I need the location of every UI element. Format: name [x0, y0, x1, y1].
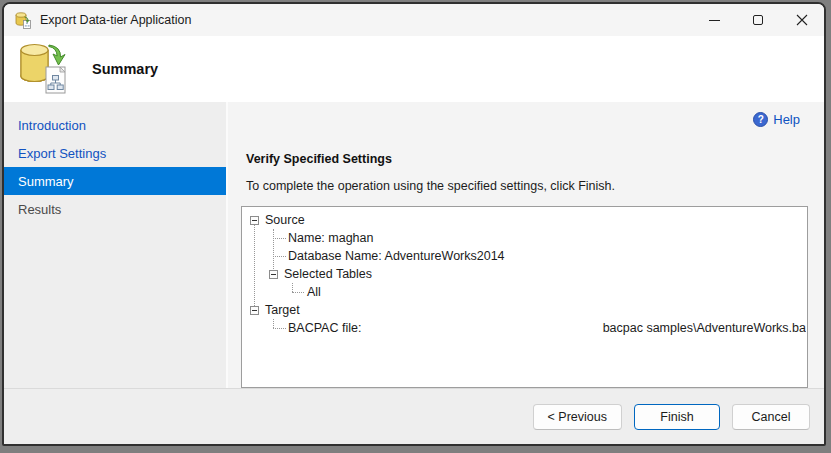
minimize-icon	[709, 20, 720, 21]
tree-item-selected-tables[interactable]: Selected Tables	[242, 265, 807, 283]
export-database-large-icon	[18, 42, 68, 96]
wizard-footer: < Previous Finish Cancel	[4, 388, 824, 444]
bacpac-file-path: bacpac samples\AdventureWorks.ba	[373, 321, 806, 335]
tree-item-label: BACPAC file:	[288, 321, 361, 335]
tree-item-label: All	[307, 285, 321, 299]
export-data-tier-dialog: Export Data-tier Application Sum	[2, 2, 826, 446]
help-icon: ?	[753, 112, 768, 127]
tree-item-bacpac-file[interactable]: BACPAC file: bacpac samples\AdventureWor…	[242, 319, 807, 337]
tree-item-label: Name: maghan	[288, 231, 373, 245]
tree-item-label: Database Name: AdventureWorks2014	[288, 249, 505, 263]
wizard-header: Summary	[4, 36, 824, 102]
help-link[interactable]: ? Help	[753, 112, 800, 127]
window-title: Export Data-tier Application	[40, 13, 191, 27]
cancel-button[interactable]: Cancel	[732, 404, 810, 430]
tree-item-label: Source	[265, 213, 305, 227]
sidebar-item-introduction[interactable]: Introduction	[4, 111, 226, 139]
tree-item-name[interactable]: Name: maghan	[242, 229, 807, 247]
finish-button[interactable]: Finish	[634, 404, 720, 430]
verify-settings-description: To complete the operation using the spec…	[246, 179, 615, 193]
help-label: Help	[773, 112, 800, 127]
wizard-steps-sidebar: Introduction Export Settings Summary Res…	[4, 102, 228, 388]
tree-item-database-name[interactable]: Database Name: AdventureWorks2014	[242, 247, 807, 265]
tree-item-label: Target	[265, 303, 300, 317]
maximize-icon	[753, 15, 763, 25]
minimize-button[interactable]	[692, 4, 736, 36]
close-icon	[796, 14, 808, 26]
collapse-expander-icon[interactable]	[250, 216, 259, 225]
window-controls	[692, 4, 824, 36]
sidebar-item-summary[interactable]: Summary	[4, 167, 226, 195]
verify-settings-heading: Verify Specified Settings	[246, 152, 392, 166]
page-title: Summary	[92, 61, 158, 77]
collapse-expander-icon[interactable]	[269, 270, 278, 279]
summary-panel: ? Help Verify Specified Settings To comp…	[228, 102, 824, 388]
sidebar-item-export-settings[interactable]: Export Settings	[4, 139, 226, 167]
title-bar: Export Data-tier Application	[4, 4, 824, 36]
tree-item-label: Selected Tables	[284, 267, 372, 281]
previous-button[interactable]: < Previous	[533, 404, 622, 430]
database-export-icon	[14, 11, 32, 29]
close-button[interactable]	[780, 4, 824, 36]
sidebar-item-results[interactable]: Results	[4, 195, 226, 223]
wizard-body: Introduction Export Settings Summary Res…	[4, 102, 824, 388]
settings-summary-tree[interactable]: Source Name: maghan Database Name: Adven…	[241, 206, 808, 388]
tree-item-source[interactable]: Source	[242, 211, 807, 229]
maximize-button[interactable]	[736, 4, 780, 36]
tree-item-all[interactable]: All	[242, 283, 807, 301]
tree-item-target[interactable]: Target	[242, 301, 807, 319]
collapse-expander-icon[interactable]	[250, 306, 259, 315]
